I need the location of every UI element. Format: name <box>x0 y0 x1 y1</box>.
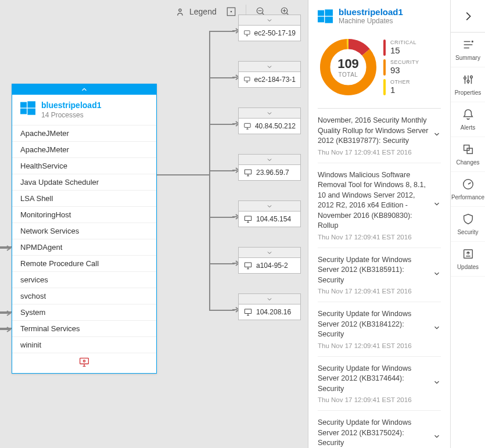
svg-rect-30 <box>467 148 472 153</box>
connector <box>209 124 235 125</box>
remote-node-label: 23.96.59.7 <box>256 169 289 177</box>
update-time: Thu Nov 17 12:09:41 EST 2016 <box>318 234 441 241</box>
update-item[interactable]: Security Update for Windows Server 2012 … <box>318 357 441 411</box>
remote-node-expand[interactable] <box>239 155 300 165</box>
monitor-icon <box>243 76 251 84</box>
remote-node-expand[interactable] <box>239 108 300 119</box>
remote-node[interactable]: ec2-50-17-19 <box>238 15 301 41</box>
process-item[interactable]: Terminal Services <box>12 321 156 337</box>
legend-value: 1 <box>390 85 410 95</box>
remote-node-label: ec2-50-17-19 <box>254 29 296 37</box>
remote-node-expand[interactable] <box>239 15 300 26</box>
remote-node[interactable]: 104.208.16 <box>238 293 301 320</box>
remote-node-label: 104.45.154 <box>256 215 291 223</box>
details-panel: bluestripeload1 Machine Updates 109 TOTA… <box>308 0 450 448</box>
machine-error-icon <box>78 357 90 367</box>
legend-label: OTHER <box>390 79 410 85</box>
windows-logo-icon <box>318 9 333 24</box>
svg-point-10 <box>83 360 85 362</box>
rail-expand-button[interactable] <box>451 0 485 33</box>
svg-rect-9 <box>80 358 89 364</box>
svg-rect-12 <box>245 77 250 81</box>
update-title: November, 2016 Security Monthly Quality … <box>318 116 441 146</box>
legend-label: SECURITY <box>390 59 419 65</box>
fit-icon <box>226 6 236 17</box>
rail-item-performance[interactable]: Performance <box>451 172 485 207</box>
legend-color-bar <box>383 40 386 56</box>
process-item[interactable]: System <box>12 304 156 321</box>
updates-donut-chart: 109 TOTAL <box>318 37 379 98</box>
monitor-icon <box>243 122 252 130</box>
monitor-icon <box>243 261 253 270</box>
chevron-down-icon <box>266 156 273 163</box>
chevron-down-icon <box>266 110 273 117</box>
svg-rect-7 <box>20 109 27 114</box>
remote-node[interactable]: 40.84.50.212 <box>238 107 301 134</box>
process-item[interactable]: svchost <box>12 288 156 304</box>
process-item[interactable]: Network Services <box>12 223 156 239</box>
chevron-down-icon <box>266 17 273 24</box>
connector <box>209 263 235 264</box>
donut-legend-item: OTHER 1 <box>383 79 419 95</box>
process-card-title: bluestripeload1 <box>41 101 101 110</box>
process-card-collapse[interactable] <box>12 84 156 95</box>
process-item[interactable]: wininit <box>12 337 156 353</box>
rail-item-label: Alerts <box>461 124 476 131</box>
process-item[interactable]: Java Update Scheduler <box>12 174 156 191</box>
right-rail: Summary Properties Alerts Changes Perfor… <box>450 0 485 448</box>
chevron-down-icon <box>433 432 441 443</box>
process-item[interactable]: NPMDAgent <box>12 239 156 256</box>
connector <box>209 77 235 78</box>
rail-item-alerts[interactable]: Alerts <box>451 102 485 137</box>
panel-subtitle: Machine Updates <box>339 17 403 25</box>
update-item[interactable]: Security Update for Windows Server 2012 … <box>318 411 441 448</box>
process-item[interactable]: HealthService <box>12 158 156 174</box>
remote-node-expand[interactable] <box>239 201 300 212</box>
process-item[interactable]: ApacheJMeter <box>12 126 156 142</box>
process-card-subtitle: 14 Processes <box>41 111 101 119</box>
rail-item-changes[interactable]: Changes <box>451 137 485 172</box>
chevron-right-icon <box>462 10 475 23</box>
remote-node-expand[interactable] <box>239 62 300 72</box>
rail-item-properties[interactable]: Properties <box>451 67 485 102</box>
update-item[interactable]: Security Update for Windows Server 2012 … <box>318 302 441 357</box>
update-title: Security Update for Windows Server 2012 … <box>318 309 441 340</box>
rail-item-label: Security <box>457 229 478 235</box>
legend-label: Legend <box>189 7 217 16</box>
process-item[interactable]: LSA Shell <box>12 191 156 207</box>
connector <box>209 124 210 174</box>
update-item[interactable]: Security Update for Windows Server 2012 … <box>318 248 441 303</box>
rail-item-label: Properties <box>455 89 482 96</box>
legend-label: CRITICAL <box>390 40 416 45</box>
remote-node[interactable]: a104-95-2 <box>238 247 301 274</box>
chevron-down-icon <box>433 378 441 389</box>
update-title: Windows Malicious Software Removal Tool … <box>318 170 441 231</box>
rail-item-security[interactable]: Security <box>451 207 485 242</box>
process-item[interactable]: services <box>12 272 156 288</box>
remote-node-expand[interactable] <box>239 294 300 304</box>
legend-button[interactable]: Legend <box>174 6 217 17</box>
donut-legend-item: SECURITY 93 <box>383 59 419 76</box>
process-item[interactable]: ApacheJMeter <box>12 142 156 158</box>
update-item[interactable]: November, 2016 Security Monthly Quality … <box>318 109 441 163</box>
rail-item-label: Updates <box>457 264 479 270</box>
update-title: Security Update for Windows Server 2012 … <box>318 255 441 286</box>
remote-node[interactable]: 23.96.59.7 <box>238 154 301 181</box>
svg-point-28 <box>470 76 472 78</box>
updates-icon <box>462 248 475 261</box>
remote-node-label: 104.208.16 <box>256 308 291 316</box>
rail-item-summary[interactable]: Summary <box>451 33 485 67</box>
remote-node[interactable]: ec2-184-73-1 <box>238 61 301 88</box>
chevron-up-icon <box>80 85 88 94</box>
connector <box>209 170 235 171</box>
chevron-down-icon <box>433 270 441 280</box>
remote-node-expand[interactable] <box>239 248 300 258</box>
process-item[interactable]: Remote Procedure Call <box>12 256 156 272</box>
remote-node[interactable]: 104.45.154 <box>238 200 301 227</box>
rail-item-updates[interactable]: Updates <box>451 242 485 277</box>
connector-stub <box>0 311 12 313</box>
update-item[interactable]: Windows Malicious Software Removal Tool … <box>318 163 441 248</box>
update-title: Security Update for Windows Server 2012 … <box>318 364 441 395</box>
process-item[interactable]: MonitoringHost <box>12 207 156 223</box>
svg-rect-21 <box>325 16 333 23</box>
